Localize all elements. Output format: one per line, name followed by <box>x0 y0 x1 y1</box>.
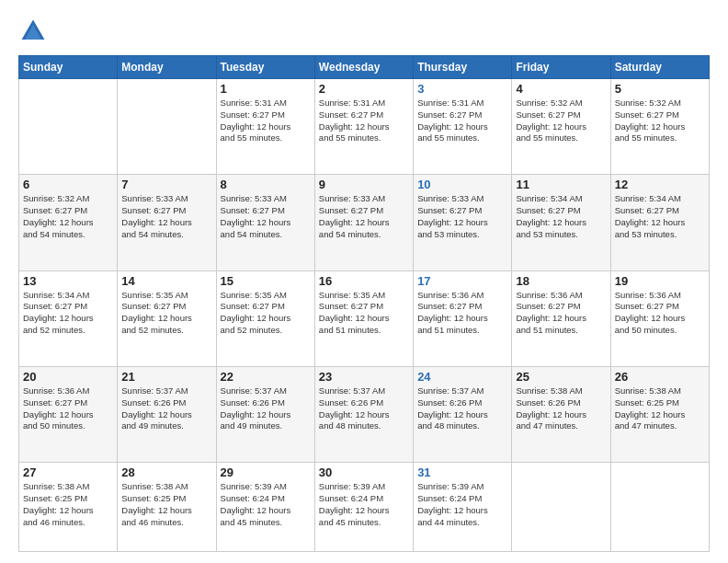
calendar-cell: 20Sunrise: 5:36 AMSunset: 6:27 PMDayligh… <box>19 366 118 462</box>
weekday-header-sunday: Sunday <box>19 56 118 79</box>
calendar-header-row: SundayMondayTuesdayWednesdayThursdayFrid… <box>19 56 710 79</box>
calendar-cell <box>19 79 118 175</box>
day-number: 23 <box>319 370 409 384</box>
day-number: 31 <box>417 465 507 479</box>
calendar-cell: 21Sunrise: 5:37 AMSunset: 6:26 PMDayligh… <box>118 366 216 462</box>
day-number: 12 <box>615 178 705 191</box>
cell-content: Sunrise: 5:32 AMSunset: 6:27 PMDaylight:… <box>615 98 705 144</box>
weekday-header-monday: Monday <box>118 56 216 79</box>
calendar-cell: 31Sunrise: 5:39 AMSunset: 6:24 PMDayligh… <box>414 463 512 552</box>
calendar-cell: 12Sunrise: 5:34 AMSunset: 6:27 PMDayligh… <box>610 175 709 270</box>
day-number: 20 <box>23 370 113 384</box>
cell-content: Sunrise: 5:37 AMSunset: 6:26 PMDaylight:… <box>221 385 311 432</box>
calendar-row-2: 13Sunrise: 5:34 AMSunset: 6:27 PMDayligh… <box>19 270 710 366</box>
day-number: 30 <box>319 465 409 479</box>
calendar-cell: 27Sunrise: 5:38 AMSunset: 6:25 PMDayligh… <box>19 463 118 552</box>
cell-content: Sunrise: 5:38 AMSunset: 6:25 PMDaylight:… <box>615 385 705 432</box>
day-number: 19 <box>615 274 705 288</box>
calendar-cell: 30Sunrise: 5:39 AMSunset: 6:24 PMDayligh… <box>314 463 413 552</box>
day-number: 6 <box>23 178 113 191</box>
header <box>18 17 710 46</box>
cell-content: Sunrise: 5:35 AMSunset: 6:27 PMDaylight:… <box>319 290 409 337</box>
day-number: 22 <box>221 370 311 384</box>
day-number: 11 <box>516 178 606 191</box>
cell-content: Sunrise: 5:39 AMSunset: 6:24 PMDaylight:… <box>319 481 409 528</box>
calendar-cell: 3Sunrise: 5:31 AMSunset: 6:27 PMDaylight… <box>414 79 512 175</box>
cell-content: Sunrise: 5:33 AMSunset: 6:27 PMDaylight:… <box>221 193 311 240</box>
cell-content: Sunrise: 5:34 AMSunset: 6:27 PMDaylight:… <box>615 193 705 240</box>
cell-content: Sunrise: 5:35 AMSunset: 6:27 PMDaylight:… <box>221 290 311 337</box>
day-number: 24 <box>417 370 507 384</box>
calendar-table: SundayMondayTuesdayWednesdayThursdayFrid… <box>18 55 710 552</box>
day-number: 28 <box>121 465 211 479</box>
day-number: 14 <box>121 274 211 288</box>
day-number: 18 <box>516 274 606 288</box>
calendar-cell: 17Sunrise: 5:36 AMSunset: 6:27 PMDayligh… <box>414 270 512 366</box>
day-number: 8 <box>221 178 311 191</box>
calendar-cell: 22Sunrise: 5:37 AMSunset: 6:26 PMDayligh… <box>216 366 314 462</box>
calendar-cell <box>610 463 709 552</box>
calendar-cell: 16Sunrise: 5:35 AMSunset: 6:27 PMDayligh… <box>314 270 413 366</box>
calendar-cell: 28Sunrise: 5:38 AMSunset: 6:25 PMDayligh… <box>118 463 216 552</box>
calendar-cell: 8Sunrise: 5:33 AMSunset: 6:27 PMDaylight… <box>216 175 314 270</box>
day-number: 29 <box>221 465 311 479</box>
day-number: 27 <box>23 465 113 479</box>
calendar-cell: 10Sunrise: 5:33 AMSunset: 6:27 PMDayligh… <box>414 175 512 270</box>
calendar-cell: 11Sunrise: 5:34 AMSunset: 6:27 PMDayligh… <box>512 175 610 270</box>
cell-content: Sunrise: 5:31 AMSunset: 6:27 PMDaylight:… <box>319 98 409 144</box>
cell-content: Sunrise: 5:36 AMSunset: 6:27 PMDaylight:… <box>516 290 606 337</box>
calendar-cell <box>512 463 610 552</box>
calendar-cell: 18Sunrise: 5:36 AMSunset: 6:27 PMDayligh… <box>512 270 610 366</box>
cell-content: Sunrise: 5:36 AMSunset: 6:27 PMDaylight:… <box>23 385 113 432</box>
cell-content: Sunrise: 5:31 AMSunset: 6:27 PMDaylight:… <box>417 98 507 144</box>
calendar-cell: 24Sunrise: 5:37 AMSunset: 6:26 PMDayligh… <box>414 366 512 462</box>
day-number: 1 <box>221 82 311 96</box>
calendar-cell: 1Sunrise: 5:31 AMSunset: 6:27 PMDaylight… <box>216 79 314 175</box>
day-number: 7 <box>121 178 211 191</box>
cell-content: Sunrise: 5:37 AMSunset: 6:26 PMDaylight:… <box>417 385 507 432</box>
cell-content: Sunrise: 5:36 AMSunset: 6:27 PMDaylight:… <box>615 290 705 337</box>
calendar-cell: 4Sunrise: 5:32 AMSunset: 6:27 PMDaylight… <box>512 79 610 175</box>
day-number: 16 <box>319 274 409 288</box>
day-number: 15 <box>221 274 311 288</box>
day-number: 17 <box>417 274 507 288</box>
cell-content: Sunrise: 5:38 AMSunset: 6:26 PMDaylight:… <box>516 385 606 432</box>
cell-content: Sunrise: 5:34 AMSunset: 6:27 PMDaylight:… <box>516 193 606 240</box>
day-number: 9 <box>319 178 409 191</box>
calendar-cell: 6Sunrise: 5:32 AMSunset: 6:27 PMDaylight… <box>19 175 118 270</box>
cell-content: Sunrise: 5:33 AMSunset: 6:27 PMDaylight:… <box>417 193 507 240</box>
logo-icon <box>18 17 48 46</box>
calendar-row-3: 20Sunrise: 5:36 AMSunset: 6:27 PMDayligh… <box>19 366 710 462</box>
cell-content: Sunrise: 5:38 AMSunset: 6:25 PMDaylight:… <box>121 481 211 528</box>
day-number: 3 <box>417 82 507 96</box>
page: SundayMondayTuesdayWednesdayThursdayFrid… <box>0 0 728 563</box>
calendar-cell: 25Sunrise: 5:38 AMSunset: 6:26 PMDayligh… <box>512 366 610 462</box>
day-number: 25 <box>516 370 606 384</box>
weekday-header-wednesday: Wednesday <box>314 56 413 79</box>
weekday-header-tuesday: Tuesday <box>216 56 314 79</box>
day-number: 21 <box>121 370 211 384</box>
weekday-header-saturday: Saturday <box>610 56 709 79</box>
day-number: 5 <box>615 82 705 96</box>
day-number: 10 <box>417 178 507 191</box>
calendar-row-0: 1Sunrise: 5:31 AMSunset: 6:27 PMDaylight… <box>19 79 710 175</box>
calendar-cell: 9Sunrise: 5:33 AMSunset: 6:27 PMDaylight… <box>314 175 413 270</box>
cell-content: Sunrise: 5:39 AMSunset: 6:24 PMDaylight:… <box>221 481 311 528</box>
day-number: 4 <box>516 82 606 96</box>
cell-content: Sunrise: 5:37 AMSunset: 6:26 PMDaylight:… <box>319 385 409 432</box>
calendar-cell: 5Sunrise: 5:32 AMSunset: 6:27 PMDaylight… <box>610 79 709 175</box>
calendar-row-1: 6Sunrise: 5:32 AMSunset: 6:27 PMDaylight… <box>19 175 710 270</box>
calendar-cell: 2Sunrise: 5:31 AMSunset: 6:27 PMDaylight… <box>314 79 413 175</box>
weekday-header-friday: Friday <box>512 56 610 79</box>
cell-content: Sunrise: 5:34 AMSunset: 6:27 PMDaylight:… <box>23 290 113 337</box>
logo <box>18 17 51 46</box>
cell-content: Sunrise: 5:32 AMSunset: 6:27 PMDaylight:… <box>23 193 113 240</box>
cell-content: Sunrise: 5:33 AMSunset: 6:27 PMDaylight:… <box>319 193 409 240</box>
calendar-cell <box>118 79 216 175</box>
cell-content: Sunrise: 5:33 AMSunset: 6:27 PMDaylight:… <box>121 193 211 240</box>
calendar-cell: 7Sunrise: 5:33 AMSunset: 6:27 PMDaylight… <box>118 175 216 270</box>
calendar-row-4: 27Sunrise: 5:38 AMSunset: 6:25 PMDayligh… <box>19 463 710 552</box>
cell-content: Sunrise: 5:35 AMSunset: 6:27 PMDaylight:… <box>121 290 211 337</box>
calendar-cell: 14Sunrise: 5:35 AMSunset: 6:27 PMDayligh… <box>118 270 216 366</box>
day-number: 2 <box>319 82 409 96</box>
